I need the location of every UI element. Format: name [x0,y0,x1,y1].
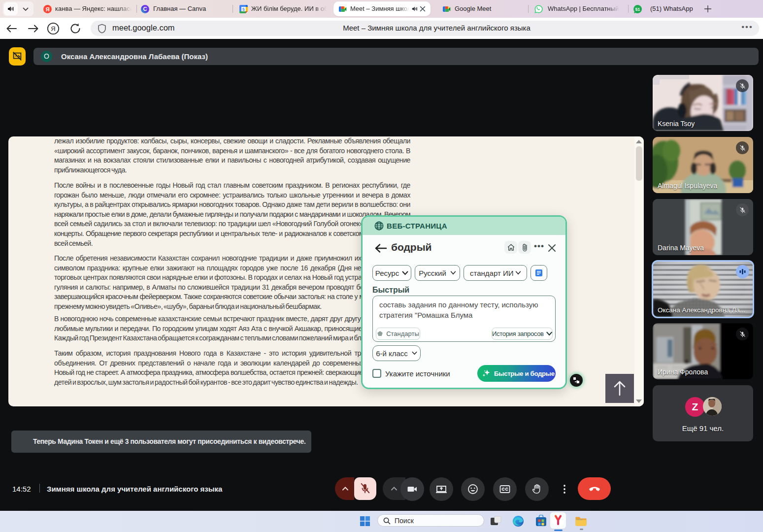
svg-text:51: 51 [635,7,640,12]
svg-text:5: 5 [242,7,245,12]
svg-text:Я: Я [46,6,50,12]
svg-text:C: C [143,6,147,12]
svg-text:Я: Я [51,25,55,33]
